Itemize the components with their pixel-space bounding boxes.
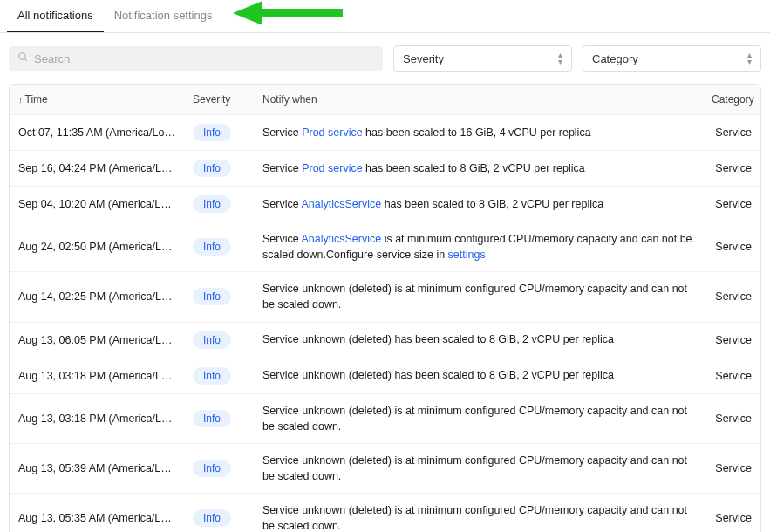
tabs-bar: All notifications Notification settings — [0, 0, 770, 33]
cell-severity: Info — [184, 279, 254, 314]
cell-message: Service AnalyticsService is at minimum c… — [254, 222, 703, 271]
table-row: Aug 24, 02:50 PM (America/Los_...InfoSer… — [10, 222, 760, 272]
severity-label: Severity — [403, 52, 444, 65]
service-link[interactable]: Prod service — [302, 126, 362, 139]
cell-category: Service — [703, 189, 760, 219]
cell-time: Sep 16, 04:24 PM (America/Los_... — [10, 153, 184, 183]
cell-category: Service — [703, 454, 760, 483]
chevron-updown-icon: ▴▾ — [558, 51, 562, 65]
severity-badge: Info — [193, 509, 231, 527]
cell-severity: Info — [184, 451, 254, 486]
cell-severity: Info — [184, 151, 254, 186]
table-body: Oct 07, 11:35 AM (America/Los_...InfoSer… — [10, 115, 760, 532]
severity-badge: Info — [193, 160, 231, 177]
table-row: Aug 13, 03:18 PM (America/Los_...InfoSer… — [10, 358, 760, 394]
cell-severity: Info — [184, 401, 254, 436]
cell-message: Service AnalyticsService has been scaled… — [254, 188, 703, 221]
table-row: Oct 07, 11:35 AM (America/Los_...InfoSer… — [10, 115, 760, 151]
search-box[interactable] — [9, 46, 383, 71]
table-row: Aug 13, 05:39 AM (America/Los_...InfoSer… — [10, 444, 760, 494]
severity-badge: Info — [193, 195, 231, 213]
cell-category: Service — [703, 153, 760, 183]
search-icon — [17, 51, 29, 65]
cell-time: Oct 07, 11:35 AM (America/Los_... — [10, 118, 184, 147]
severity-badge: Info — [193, 331, 231, 349]
notifications-table: ↑Time Severity Notify when Category Oct … — [9, 84, 761, 532]
cell-time: Aug 24, 02:50 PM (America/Los_... — [10, 232, 184, 262]
cell-severity: Info — [184, 323, 254, 358]
category-label: Category — [592, 52, 638, 65]
cell-severity: Info — [184, 187, 254, 222]
cell-time: Sep 04, 10:20 AM (America/Los_... — [10, 189, 184, 219]
chevron-updown-icon: ▴▾ — [747, 51, 752, 65]
cell-category: Service — [703, 325, 760, 355]
cell-category: Service — [703, 282, 760, 311]
svg-line-1 — [24, 58, 27, 61]
severity-badge: Info — [193, 238, 231, 256]
table-row: Aug 13, 06:05 PM (America/Los_...InfoSer… — [10, 323, 760, 358]
cell-time: Aug 13, 05:35 AM (America/Los_... — [10, 503, 184, 532]
cell-category: Service — [703, 503, 760, 532]
cell-severity: Info — [184, 229, 254, 264]
col-header-severity[interactable]: Severity — [184, 85, 254, 114]
sort-asc-icon: ↑ — [18, 94, 24, 105]
service-link[interactable]: AnalyticsService — [301, 198, 381, 210]
service-link[interactable]: AnalyticsService — [301, 233, 381, 245]
svg-point-0 — [19, 53, 26, 60]
severity-badge: Info — [193, 367, 231, 385]
cell-time: Aug 13, 06:05 PM (America/Los_... — [10, 325, 184, 355]
cell-message: Service unknown (deleted) is at minimum … — [254, 394, 703, 443]
table-header: ↑Time Severity Notify when Category — [10, 85, 760, 115]
cell-time: Aug 13, 05:39 AM (America/Los_... — [10, 454, 184, 483]
cell-message: Service unknown (deleted) is at minimum … — [254, 444, 703, 493]
cell-severity: Info — [184, 358, 254, 393]
cell-severity: Info — [184, 115, 254, 150]
service-link[interactable]: Prod service — [302, 162, 362, 174]
table-row: Aug 13, 05:35 AM (America/Los_...InfoSer… — [10, 494, 760, 532]
cell-message: Service unknown (deleted) has been scale… — [254, 323, 703, 356]
cell-category: Service — [703, 118, 760, 147]
cell-message: Service unknown (deleted) has been scale… — [254, 358, 703, 392]
severity-badge: Info — [193, 124, 231, 141]
severity-select[interactable]: Severity ▴▾ — [393, 45, 572, 72]
table-row: Sep 04, 10:20 AM (America/Los_...InfoSer… — [10, 187, 760, 222]
table-row: Aug 13, 03:18 PM (America/Los_...InfoSer… — [10, 394, 760, 444]
table-row: Aug 14, 02:25 PM (America/Los_...InfoSer… — [10, 272, 760, 322]
table-row: Sep 16, 04:24 PM (America/Los_...InfoSer… — [10, 151, 760, 187]
tab-all-notifications[interactable]: All notifications — [7, 0, 104, 32]
severity-badge: Info — [193, 410, 231, 427]
col-header-category[interactable]: Category — [703, 85, 760, 114]
cell-message: Service unknown (deleted) is at minimum … — [254, 494, 703, 532]
cell-time: Aug 14, 02:25 PM (America/Los_... — [10, 282, 184, 311]
cell-severity: Info — [184, 501, 254, 532]
cell-message: Service unknown (deleted) is at minimum … — [254, 272, 703, 321]
search-input[interactable] — [34, 52, 374, 65]
controls-row: Severity ▴▾ Category ▴▾ — [0, 33, 770, 84]
severity-badge: Info — [193, 288, 231, 305]
settings-link[interactable]: settings — [448, 249, 486, 261]
cell-time: Aug 13, 03:18 PM (America/Los_... — [10, 361, 184, 391]
cell-message: Service Prod service has been scaled to … — [254, 116, 703, 149]
col-header-time[interactable]: ↑Time — [10, 85, 184, 114]
severity-badge: Info — [193, 460, 231, 477]
cell-category: Service — [703, 404, 760, 433]
cell-time: Aug 13, 03:18 PM (America/Los_... — [10, 404, 184, 433]
category-select[interactable]: Category ▴▾ — [583, 45, 761, 72]
cell-category: Service — [703, 361, 760, 391]
col-header-notify[interactable]: Notify when — [254, 85, 703, 114]
cell-message: Service Prod service has been scaled to … — [254, 152, 703, 185]
cell-category: Service — [703, 232, 760, 262]
tab-notification-settings[interactable]: Notification settings — [104, 0, 223, 32]
